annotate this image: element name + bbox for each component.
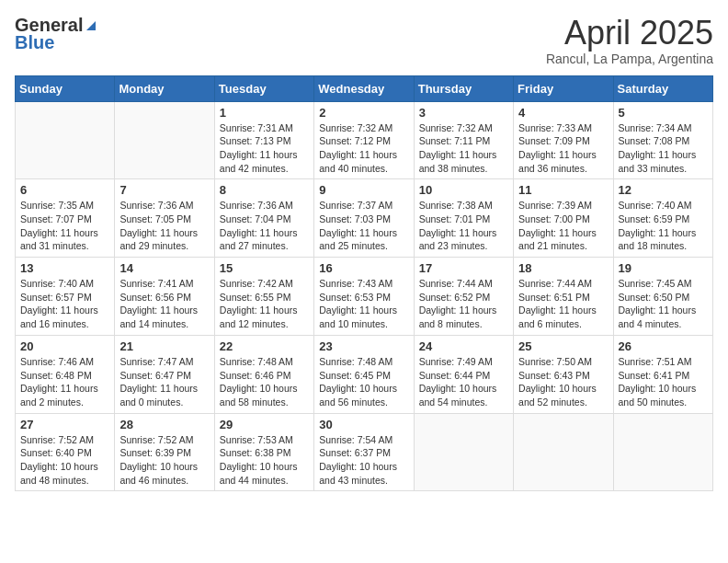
day-number: 12 (619, 183, 708, 197)
calendar-cell: 6Sunrise: 7:35 AMSunset: 7:07 PMDaylight… (16, 179, 115, 258)
calendar-cell (16, 101, 115, 179)
day-info: Sunrise: 7:33 AMSunset: 7:09 PMDaylight:… (518, 121, 608, 176)
calendar-cell: 30Sunrise: 7:54 AMSunset: 6:37 PMDayligh… (314, 413, 414, 491)
day-number: 13 (20, 261, 109, 275)
day-number: 29 (220, 418, 309, 431)
day-number: 4 (518, 106, 608, 120)
day-header-tuesday: Tuesday (214, 75, 313, 101)
calendar-table: SundayMondayTuesdayWednesdayThursdayFrid… (15, 75, 713, 492)
day-info: Sunrise: 7:37 AMSunset: 7:03 PMDaylight:… (319, 199, 408, 253)
calendar-week-row: 1Sunrise: 7:31 AMSunset: 7:13 PMDaylight… (16, 101, 713, 179)
day-info: Sunrise: 7:50 AMSunset: 6:43 PMDaylight:… (518, 355, 608, 409)
calendar-cell (115, 101, 214, 179)
day-number: 25 (518, 339, 608, 353)
logo-triangle-icon (85, 19, 97, 32)
calendar-cell: 4Sunrise: 7:33 AMSunset: 7:09 PMDaylight… (514, 101, 613, 179)
day-number: 18 (518, 261, 608, 275)
day-info: Sunrise: 7:46 AMSunset: 6:48 PMDaylight:… (20, 355, 109, 409)
calendar-cell: 22Sunrise: 7:48 AMSunset: 6:46 PMDayligh… (214, 335, 313, 413)
day-info: Sunrise: 7:36 AMSunset: 7:05 PMDaylight:… (119, 199, 209, 253)
calendar-cell: 21Sunrise: 7:47 AMSunset: 6:47 PMDayligh… (115, 335, 214, 413)
day-number: 30 (319, 418, 408, 431)
day-header-wednesday: Wednesday (314, 75, 414, 101)
calendar-cell: 23Sunrise: 7:48 AMSunset: 6:45 PMDayligh… (314, 335, 414, 413)
calendar-cell: 7Sunrise: 7:36 AMSunset: 7:05 PMDaylight… (115, 179, 214, 258)
day-info: Sunrise: 7:38 AMSunset: 7:01 PMDaylight:… (419, 199, 508, 253)
day-info: Sunrise: 7:41 AMSunset: 6:56 PMDaylight:… (119, 277, 209, 331)
day-info: Sunrise: 7:47 AMSunset: 6:47 PMDaylight:… (119, 355, 209, 409)
calendar-cell: 15Sunrise: 7:42 AMSunset: 6:55 PMDayligh… (214, 258, 313, 336)
day-header-thursday: Thursday (414, 75, 513, 101)
day-info: Sunrise: 7:32 AMSunset: 7:11 PMDaylight:… (419, 121, 508, 176)
calendar-week-row: 20Sunrise: 7:46 AMSunset: 6:48 PMDayligh… (16, 335, 713, 413)
day-info: Sunrise: 7:44 AMSunset: 6:52 PMDaylight:… (419, 277, 508, 331)
logo: General Blue (15, 15, 97, 53)
day-info: Sunrise: 7:53 AMSunset: 6:38 PMDaylight:… (220, 433, 309, 488)
calendar-cell (414, 413, 513, 491)
day-number: 10 (419, 183, 508, 197)
day-number: 11 (518, 183, 608, 197)
calendar-cell: 1Sunrise: 7:31 AMSunset: 7:13 PMDaylight… (214, 101, 313, 179)
day-number: 9 (319, 183, 408, 197)
month-title: April 2025 (546, 15, 713, 52)
day-number: 6 (20, 183, 109, 197)
calendar-cell: 13Sunrise: 7:40 AMSunset: 6:57 PMDayligh… (16, 258, 115, 336)
day-number: 23 (319, 339, 408, 353)
day-number: 20 (20, 339, 109, 353)
calendar-cell: 3Sunrise: 7:32 AMSunset: 7:11 PMDaylight… (414, 101, 513, 179)
day-info: Sunrise: 7:52 AMSunset: 6:40 PMDaylight:… (20, 433, 109, 488)
day-number: 27 (20, 418, 109, 431)
day-number: 1 (220, 106, 309, 120)
logo-blue-text: Blue (15, 32, 54, 53)
calendar-cell: 8Sunrise: 7:36 AMSunset: 7:04 PMDaylight… (214, 179, 313, 258)
day-number: 26 (619, 339, 708, 353)
day-info: Sunrise: 7:45 AMSunset: 6:50 PMDaylight:… (619, 277, 708, 331)
day-info: Sunrise: 7:43 AMSunset: 6:53 PMDaylight:… (319, 277, 408, 331)
calendar-cell: 16Sunrise: 7:43 AMSunset: 6:53 PMDayligh… (314, 258, 414, 336)
day-header-monday: Monday (115, 75, 214, 101)
calendar-cell: 11Sunrise: 7:39 AMSunset: 7:00 PMDayligh… (514, 179, 613, 258)
day-info: Sunrise: 7:51 AMSunset: 6:41 PMDaylight:… (619, 355, 708, 409)
calendar-cell: 29Sunrise: 7:53 AMSunset: 6:38 PMDayligh… (214, 413, 313, 491)
title-area: April 2025 Rancul, La Pampa, Argentina (546, 15, 713, 66)
calendar-cell: 9Sunrise: 7:37 AMSunset: 7:03 PMDaylight… (314, 179, 414, 258)
calendar-cell: 26Sunrise: 7:51 AMSunset: 6:41 PMDayligh… (613, 335, 712, 413)
day-info: Sunrise: 7:32 AMSunset: 7:12 PMDaylight:… (319, 121, 408, 176)
day-info: Sunrise: 7:44 AMSunset: 6:51 PMDaylight:… (518, 277, 608, 331)
calendar-cell: 12Sunrise: 7:40 AMSunset: 6:59 PMDayligh… (613, 179, 712, 258)
day-info: Sunrise: 7:39 AMSunset: 7:00 PMDaylight:… (518, 199, 608, 253)
day-info: Sunrise: 7:48 AMSunset: 6:45 PMDaylight:… (319, 355, 408, 409)
calendar-week-row: 13Sunrise: 7:40 AMSunset: 6:57 PMDayligh… (16, 258, 713, 336)
calendar-cell: 14Sunrise: 7:41 AMSunset: 6:56 PMDayligh… (115, 258, 214, 336)
day-info: Sunrise: 7:40 AMSunset: 6:59 PMDaylight:… (619, 199, 708, 253)
day-number: 22 (220, 339, 309, 353)
day-header-saturday: Saturday (613, 75, 712, 101)
calendar-cell: 10Sunrise: 7:38 AMSunset: 7:01 PMDayligh… (414, 179, 513, 258)
calendar-cell: 25Sunrise: 7:50 AMSunset: 6:43 PMDayligh… (514, 335, 613, 413)
day-number: 14 (119, 261, 209, 275)
location-subtitle: Rancul, La Pampa, Argentina (546, 52, 713, 66)
day-info: Sunrise: 7:42 AMSunset: 6:55 PMDaylight:… (220, 277, 309, 331)
day-info: Sunrise: 7:35 AMSunset: 7:07 PMDaylight:… (20, 199, 109, 253)
day-info: Sunrise: 7:49 AMSunset: 6:44 PMDaylight:… (419, 355, 508, 409)
day-info: Sunrise: 7:36 AMSunset: 7:04 PMDaylight:… (220, 199, 309, 253)
day-number: 21 (119, 339, 209, 353)
calendar-cell (613, 413, 712, 491)
calendar-cell: 2Sunrise: 7:32 AMSunset: 7:12 PMDaylight… (314, 101, 414, 179)
day-number: 2 (319, 106, 408, 120)
day-number: 7 (119, 183, 209, 197)
calendar-cell: 5Sunrise: 7:34 AMSunset: 7:08 PMDaylight… (613, 101, 712, 179)
calendar-cell: 28Sunrise: 7:52 AMSunset: 6:39 PMDayligh… (115, 413, 214, 491)
day-number: 28 (119, 418, 209, 431)
day-number: 5 (619, 106, 708, 120)
day-info: Sunrise: 7:52 AMSunset: 6:39 PMDaylight:… (119, 433, 209, 488)
calendar-header-row: SundayMondayTuesdayWednesdayThursdayFrid… (16, 75, 713, 101)
calendar-cell: 18Sunrise: 7:44 AMSunset: 6:51 PMDayligh… (514, 258, 613, 336)
day-info: Sunrise: 7:40 AMSunset: 6:57 PMDaylight:… (20, 277, 109, 331)
day-header-sunday: Sunday (16, 75, 115, 101)
day-number: 19 (619, 261, 708, 275)
svg-marker-0 (86, 21, 96, 30)
day-number: 8 (220, 183, 309, 197)
day-number: 3 (419, 106, 508, 120)
calendar-cell: 19Sunrise: 7:45 AMSunset: 6:50 PMDayligh… (613, 258, 712, 336)
